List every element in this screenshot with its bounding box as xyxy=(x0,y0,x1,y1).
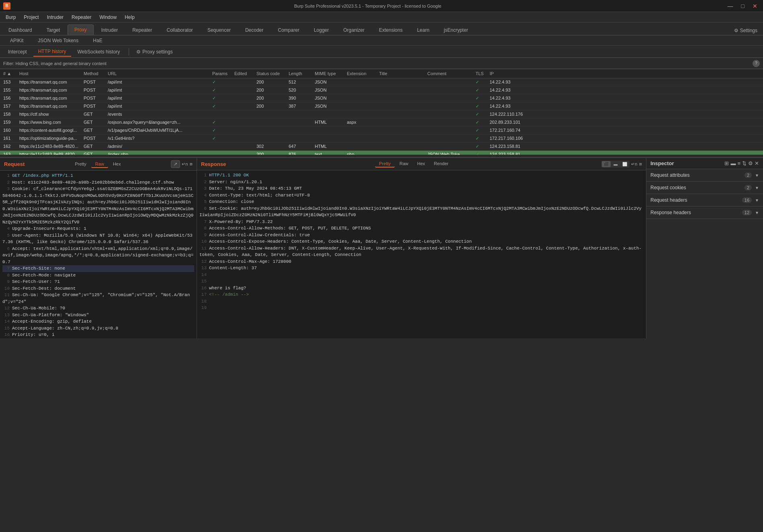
td-url: /v1:GetHints? xyxy=(106,135,211,141)
response-tab-raw[interactable]: Raw xyxy=(396,160,412,168)
tab-organizer[interactable]: Organizer xyxy=(336,25,371,35)
inspector-section-header-0[interactable]: Request attributes 2 ▼ xyxy=(646,169,763,181)
table-row[interactable]: 155https://transmart.qq.comPOST/api/imt✓… xyxy=(0,86,763,94)
response-line: 15 xyxy=(199,278,644,285)
tab-divider xyxy=(129,48,129,55)
inspector-settings-button[interactable]: ⚙ xyxy=(748,160,753,166)
line-text: HTTP/1.1 200 OK xyxy=(209,173,249,178)
menu-project[interactable]: Project xyxy=(20,13,43,21)
gear-icon: ⚙ xyxy=(136,49,141,55)
inspector-section-title: Request cookies xyxy=(650,185,686,190)
col-mime[interactable]: MIME type xyxy=(313,70,345,77)
inspector-section-header-2[interactable]: Request headers 16 ▼ xyxy=(646,194,763,206)
tab-sequencer[interactable]: Sequencer xyxy=(201,25,238,35)
table-row[interactable]: 160https://content-autofill.googl...GET/… xyxy=(0,127,763,135)
tab-repeater[interactable]: Repeater xyxy=(125,25,159,35)
inspector-section-count: 2 xyxy=(745,172,752,178)
response-wrap-toggle[interactable]: ↵n xyxy=(631,162,637,167)
col-num[interactable]: # ▲ xyxy=(2,70,18,77)
request-tab-raw[interactable]: Raw xyxy=(91,161,108,168)
response-line: 11Access-Control-Allow-Headers: DNT, X-C… xyxy=(199,245,644,258)
line-number: 1 xyxy=(2,172,10,179)
tab-proxy[interactable]: Proxy xyxy=(68,25,94,35)
table-row[interactable]: 163https://e11c2483-8e89-4820...GET/inde… xyxy=(0,151,763,155)
tab-comparer[interactable]: Comparer xyxy=(271,25,306,35)
col-title[interactable]: Title xyxy=(377,70,426,77)
tab-decoder[interactable]: Decoder xyxy=(238,25,270,35)
request-tab-pretty[interactable]: Pretty xyxy=(71,161,90,168)
col-url[interactable]: URL xyxy=(106,70,211,77)
col-tls[interactable]: TLS xyxy=(474,70,488,77)
tab-websockets-history[interactable]: WebSockets history xyxy=(73,47,125,56)
td-tls: ✓ xyxy=(474,143,488,149)
inspector-split-button[interactable]: ⊞ xyxy=(724,160,729,166)
tab-intruder[interactable]: Intruder xyxy=(94,25,125,35)
proxy-settings-label: Proxy settings xyxy=(142,49,172,55)
tab-http-history[interactable]: HTTP history xyxy=(33,47,71,57)
request-wrap-toggle[interactable]: ↵n xyxy=(182,162,188,167)
tab-intercept[interactable]: Intercept xyxy=(3,47,32,56)
col-ext[interactable]: Extension xyxy=(345,70,377,77)
inspector-close-button[interactable]: ✕ xyxy=(755,160,759,166)
menu-help[interactable]: Help xyxy=(121,13,139,21)
tab-extensions[interactable]: Extensions xyxy=(372,25,410,35)
split-view-button[interactable]: ⬛ xyxy=(602,161,611,167)
tab-jsencrypter[interactable]: jsEncrypter xyxy=(437,25,475,35)
menu-intruder[interactable]: Intruder xyxy=(43,13,68,21)
inspector-sort-button[interactable]: ⇅ xyxy=(742,160,747,166)
td-tls: ✓ xyxy=(474,103,488,109)
col-params[interactable]: Params xyxy=(211,70,233,77)
table-row[interactable]: 156https://transmart.qq.comPOST/api/imt✓… xyxy=(0,94,763,102)
tab-apikit[interactable]: APIKit xyxy=(3,35,30,45)
settings-tab[interactable]: ⚙ Settings xyxy=(730,26,761,35)
filter-bar[interactable]: Filter: Hiding CSS, image and general bi… xyxy=(0,58,763,69)
menu-repeater[interactable]: Repeater xyxy=(68,13,95,21)
td-edited xyxy=(233,151,255,155)
vert-split-button[interactable]: ▬ xyxy=(611,161,619,167)
table-row[interactable]: 157https://transmart.qq.comPOST/api/imt✓… xyxy=(0,102,763,110)
inspector-format-button[interactable]: ≡ xyxy=(737,160,740,166)
menu-burp[interactable]: Burp xyxy=(2,13,20,21)
tab-logger[interactable]: Logger xyxy=(307,25,336,35)
table-row[interactable]: 161https://optimizationguide-pa...POST/v… xyxy=(0,135,763,143)
tab-learn[interactable]: Learn xyxy=(410,25,436,35)
response-tab-pretty[interactable]: Pretty xyxy=(375,160,395,168)
response-tab-render[interactable]: Render xyxy=(430,160,452,168)
menu-window[interactable]: Window xyxy=(95,13,121,21)
col-host[interactable]: Host xyxy=(18,70,82,77)
td-url: /v1/pages/ChRDaHJvbWUvMTI1LjA... xyxy=(106,127,211,133)
help-button[interactable]: ? xyxy=(753,60,760,67)
col-method[interactable]: Method xyxy=(82,70,106,77)
proxy-settings-button[interactable]: ⚙ Proxy settings xyxy=(133,47,176,56)
minimize-button[interactable]: — xyxy=(725,2,736,10)
request-send-button[interactable]: ↗ xyxy=(171,160,180,168)
table-row[interactable]: 158https://ctf.showGET/events✓124.222.11… xyxy=(0,110,763,119)
line-number: 17 xyxy=(2,338,10,339)
inspector-section-header-1[interactable]: Request cookies 2 ▼ xyxy=(646,182,763,194)
request-more-button[interactable]: ≡ xyxy=(189,161,193,167)
tab-target[interactable]: Target xyxy=(40,25,67,35)
response-more-button[interactable]: ≡ xyxy=(639,161,642,167)
tab-dashboard[interactable]: Dashboard xyxy=(2,25,39,35)
col-edited[interactable]: Edited xyxy=(233,70,255,77)
full-view-button[interactable]: ⬜ xyxy=(620,161,629,167)
table-row[interactable]: 159https://www.bing.comGET/osjson.aspx?q… xyxy=(0,119,763,127)
inspector-section-header-3[interactable]: Response headers 12 ▼ xyxy=(646,207,763,219)
tab-json-web-tokens[interactable]: JSON Web Tokens xyxy=(31,35,85,45)
col-ip[interactable]: IP xyxy=(488,70,532,77)
col-status[interactable]: Status code xyxy=(255,70,287,77)
tab-collaborator[interactable]: Collaborator xyxy=(160,25,200,35)
inspector-view2-button[interactable]: ▬ xyxy=(730,160,736,166)
tab-hae[interactable]: HaE xyxy=(86,35,109,45)
maximize-button[interactable]: □ xyxy=(739,2,747,10)
close-button[interactable]: ✕ xyxy=(750,2,760,10)
col-length[interactable]: Length xyxy=(287,70,313,77)
td-ip: 14.22.4.93 xyxy=(488,95,532,101)
table-row[interactable]: 162https://e11c2483-8e89-4820...GET/admi… xyxy=(0,143,763,151)
request-tab-hex[interactable]: Hex xyxy=(109,161,125,168)
col-comment[interactable]: Comment xyxy=(426,70,474,77)
request-pane-header: Request Pretty Raw Hex ↗ ↵n ≡ xyxy=(0,158,197,171)
response-tab-hex[interactable]: Hex xyxy=(413,160,429,168)
table-row[interactable]: 153https://transmart.qq.comPOST/api/imt✓… xyxy=(0,78,763,86)
line-number: 2 xyxy=(199,179,207,186)
